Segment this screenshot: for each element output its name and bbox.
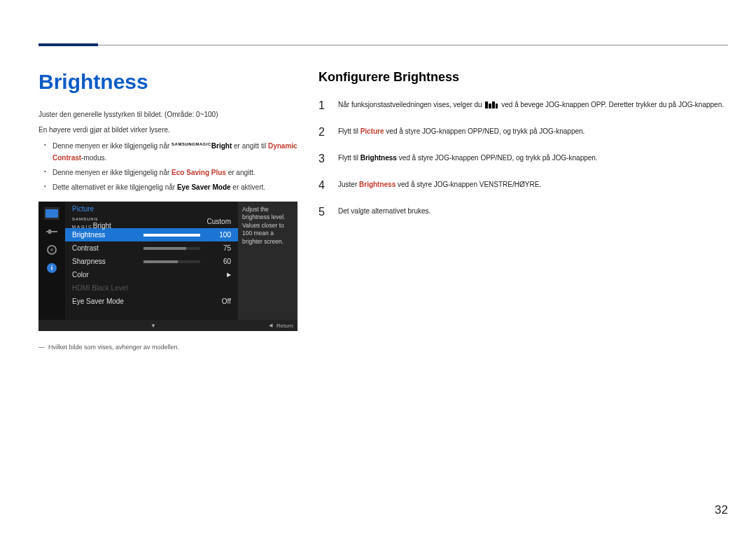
- page-title: Brightness: [38, 70, 298, 94]
- osd-main-panel: Picture SAMSUNG MAGICBright Custom Brigh…: [65, 202, 238, 320]
- step-number: 1: [318, 97, 328, 114]
- right-column: Konfigurere Brightness 1 Når funksjonsta…: [318, 70, 728, 351]
- intro-line-1: Juster den generelle lysstyrken til bild…: [38, 109, 298, 120]
- top-divider: [38, 45, 728, 45]
- note-item: Denne menyen er ikke tilgjengelig når SA…: [44, 140, 298, 164]
- note-item: Dette alternativet er ikke tilgjengelig …: [44, 181, 298, 193]
- top-accent-bar: [38, 43, 98, 46]
- intro-line-2: En høyere verdi gjør at bildet virker ly…: [38, 125, 298, 136]
- note-item: Denne menyen er ikke tilgjengelig når Ec…: [44, 167, 298, 178]
- step-item: 4 Juster Brightness ved å styre JOG-knap…: [318, 177, 728, 194]
- chevron-right-icon: ▶: [206, 272, 231, 278]
- section-title: Konfigurere Brightness: [318, 70, 728, 85]
- osd-description: Adjust the brightness level. Values clos…: [238, 202, 298, 320]
- step-item: 5 Det valgte alternativet brukes.: [318, 204, 728, 220]
- back-icon: ◀: [269, 323, 272, 328]
- osd-sidebar: i: [38, 202, 65, 331]
- info-icon: i: [44, 262, 59, 274]
- osd-row-magicbright: SAMSUNG MAGICBright Custom: [65, 215, 238, 228]
- page-content: Brightness Juster den generelle lysstyrk…: [38, 70, 728, 351]
- menu-icon: [485, 101, 498, 108]
- step-item: 3 Flytt til Brightness ved å styre JOG-k…: [318, 150, 728, 167]
- chevron-down-icon: ▼: [150, 323, 156, 329]
- step-number: 2: [318, 124, 328, 141]
- osd-row-brightness: Brightness 100: [65, 228, 238, 241]
- step-item: 2 Flytt til Picture ved å styre JOG-knap…: [318, 124, 728, 141]
- osd-row-color: Color ▶: [65, 268, 238, 281]
- step-number: 5: [318, 204, 328, 220]
- osd-screenshot: i Picture SAMSUNG MAGICBright Custom Bri…: [38, 202, 298, 331]
- step-number: 4: [318, 177, 328, 194]
- osd-row-sharpness: Sharpness 60: [65, 255, 238, 268]
- osd-row-eyesaver: Eye Saver Mode Off: [65, 295, 238, 308]
- gear-icon: [44, 244, 59, 256]
- osd-row-contrast: Contrast 75: [65, 241, 238, 255]
- sliders-icon: [44, 225, 59, 238]
- page-number: 32: [715, 503, 728, 517]
- osd-footer: ▼ ◀ Return: [38, 320, 298, 331]
- step-number: 3: [318, 150, 328, 167]
- left-column: Brightness Juster den generelle lysstyrk…: [38, 70, 298, 351]
- footnote: Hvilket bilde som vises, avhenger av mod…: [38, 344, 298, 351]
- step-item: 1 Når funksjonstastveiledningen vises, v…: [318, 97, 728, 114]
- osd-title: Picture: [65, 202, 238, 215]
- steps-list: 1 Når funksjonstastveiledningen vises, v…: [318, 97, 728, 220]
- osd-row-hdmi: HDMI Black Level: [65, 281, 238, 295]
- notes-list: Denne menyen er ikke tilgjengelig når SA…: [44, 140, 298, 193]
- picture-icon: [44, 207, 59, 220]
